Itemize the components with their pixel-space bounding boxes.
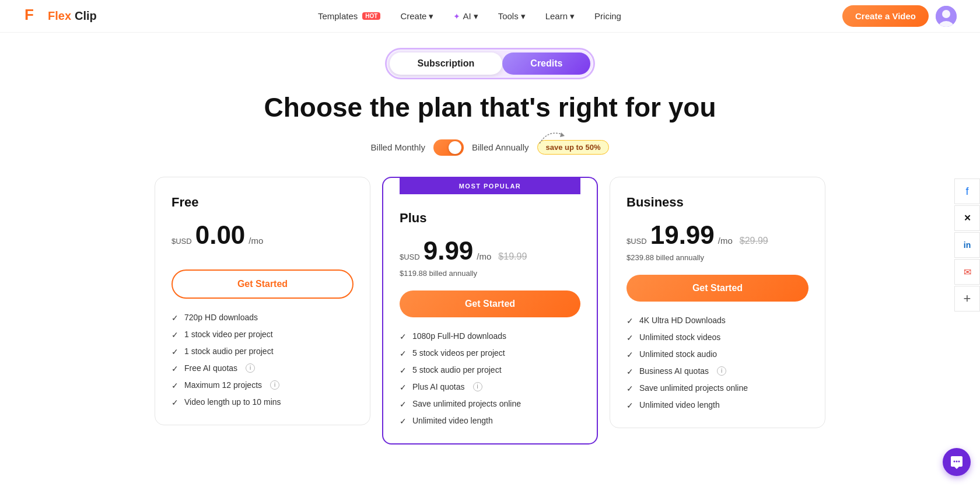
logo-icon: F <box>23 10 44 28</box>
nav-templates[interactable]: Templates HOT <box>310 6 388 26</box>
currency-free: $USD <box>172 237 192 246</box>
plan-type-tabs: Subscription Credits <box>105 49 875 78</box>
price-main-free: 0.00 <box>195 220 246 250</box>
chevron-down-icon: ▾ <box>521 11 526 22</box>
nav-ai[interactable]: ✦ AI ▾ <box>445 6 486 26</box>
currency-plus: $USD <box>400 253 420 261</box>
feature-list-free: ✓ 720p HD downloads ✓ 1 stock video per … <box>172 313 354 407</box>
feature-item: ✓ Free AI quotas i <box>172 363 354 373</box>
price-original-plus: $19.99 <box>498 251 527 262</box>
plan-name-free: Free <box>172 195 354 210</box>
get-started-free-button[interactable]: Get Started <box>172 270 354 299</box>
plan-name-plus: Plus <box>400 211 580 226</box>
email-icon[interactable]: ✉ <box>954 259 980 285</box>
billing-toggle-switch[interactable] <box>433 139 464 156</box>
get-started-business-button[interactable]: Get Started <box>626 275 808 302</box>
feature-item: ✓ Unlimited stock audio <box>626 349 808 359</box>
check-icon: ✓ <box>172 330 178 340</box>
chevron-down-icon: ▾ <box>474 11 478 22</box>
check-icon: ✓ <box>626 401 634 410</box>
billed-monthly-label: Billed Monthly <box>371 142 425 152</box>
x-twitter-icon[interactable]: ✕ <box>954 205 980 231</box>
pricing-cards: Free $USD 0.00 /mo Get Started ✓ 720p HD… <box>105 177 875 444</box>
plan-name-business: Business <box>626 195 808 210</box>
billing-toggle: Billed Monthly Billed Annually save up t… <box>105 139 875 156</box>
feature-item: ✓ 4K Ultra HD Downloads <box>626 316 808 326</box>
info-icon[interactable]: i <box>246 363 255 373</box>
price-main-business: 19.99 <box>650 220 715 250</box>
avatar[interactable] <box>936 6 957 27</box>
navbar: F FlexClip Templates HOT Create ▾ ✦ AI ▾… <box>0 0 980 33</box>
chevron-down-icon: ▾ <box>570 11 575 22</box>
feature-item: ✓ Save unlimited projects online <box>626 383 808 393</box>
more-social-icon[interactable]: + <box>954 286 980 312</box>
check-icon: ✓ <box>400 366 407 375</box>
nav-right: Create a Video <box>842 5 957 27</box>
check-icon: ✓ <box>626 333 634 342</box>
nav-tools[interactable]: Tools ▾ <box>490 6 534 26</box>
feature-item: ✓ Unlimited video length <box>400 416 580 426</box>
social-sidebar: f ✕ in ✉ + <box>954 178 980 312</box>
check-icon: ✓ <box>172 313 178 323</box>
feature-item: ✓ 5 stock videos per project <box>400 348 580 358</box>
plan-card-free: Free $USD 0.00 /mo Get Started ✓ 720p HD… <box>155 177 370 425</box>
logo-text-clip: Clip <box>75 9 97 23</box>
price-per-plus: /mo <box>477 251 491 261</box>
check-icon: ✓ <box>172 347 178 356</box>
plan-card-business: Business $USD 19.99 /mo $29.99 $239.88 b… <box>610 177 825 428</box>
tab-credits[interactable]: Credits <box>502 52 590 75</box>
feature-list-business: ✓ 4K Ultra HD Downloads ✓ Unlimited stoc… <box>626 316 808 410</box>
logo-text-flex: Flex <box>48 9 71 23</box>
feature-item: ✓ Video length up to 10 mins <box>172 397 354 407</box>
svg-text:F: F <box>24 6 34 23</box>
svg-marker-5 <box>560 132 565 137</box>
check-icon: ✓ <box>400 332 407 341</box>
get-started-plus-button[interactable]: Get Started <box>400 290 580 317</box>
hot-badge: HOT <box>362 12 380 20</box>
linkedin-icon[interactable]: in <box>954 232 980 258</box>
price-per-free: /mo <box>249 236 263 246</box>
info-icon[interactable]: i <box>717 366 726 376</box>
billed-annually-plus: $119.88 billed annually <box>400 269 580 278</box>
currency-business: $USD <box>626 237 647 246</box>
feature-item: ✓ Business AI quotas i <box>626 366 808 376</box>
check-icon: ✓ <box>626 367 634 376</box>
check-icon: ✓ <box>400 349 407 358</box>
check-icon: ✓ <box>172 381 178 390</box>
feature-item: ✓ Maximum 12 projects i <box>172 380 354 390</box>
feature-item: ✓ 1080p Full-HD downloads <box>400 331 580 341</box>
check-icon: ✓ <box>626 316 634 326</box>
facebook-icon[interactable]: f <box>954 178 980 204</box>
plan-price-business: $USD 19.99 /mo $29.99 <box>626 220 808 250</box>
plan-price-plus: $USD 9.99 /mo $19.99 <box>400 236 580 265</box>
create-video-button[interactable]: Create a Video <box>842 5 929 27</box>
check-icon: ✓ <box>172 364 178 373</box>
feature-list-plus: ✓ 1080p Full-HD downloads ✓ 5 stock vide… <box>400 331 580 426</box>
logo[interactable]: F FlexClip <box>23 4 97 29</box>
nav-learn[interactable]: Learn ▾ <box>537 6 583 26</box>
chevron-down-icon: ▾ <box>429 11 433 22</box>
tab-subscription[interactable]: Subscription <box>390 52 503 75</box>
nav-create[interactable]: Create ▾ <box>392 6 442 26</box>
svg-point-3 <box>942 10 950 18</box>
info-icon[interactable]: i <box>270 380 279 390</box>
billed-annually-label: Billed Annually <box>472 142 529 152</box>
price-per-business: /mo <box>718 236 733 246</box>
popular-banner: MOST POPULAR <box>400 178 580 194</box>
billed-annually-business: $239.88 billed annually <box>626 253 808 262</box>
toggle-knob <box>449 141 461 154</box>
feature-item: ✓ Unlimited stock videos <box>626 332 808 342</box>
feature-item: ✓ 1 stock audio per project <box>172 346 354 356</box>
check-icon: ✓ <box>400 400 407 409</box>
feature-item: ✓ Unlimited video length <box>626 400 808 410</box>
feature-item: ✓ 5 stock audio per project <box>400 365 580 375</box>
check-icon: ✓ <box>400 383 407 392</box>
ai-sparkle-icon: ✦ <box>453 12 460 21</box>
feature-item: ✓ 1 stock video per project <box>172 330 354 340</box>
check-icon: ✓ <box>626 384 634 393</box>
price-original-business: $29.99 <box>740 236 768 246</box>
plan-price-free: $USD 0.00 /mo <box>172 220 354 250</box>
feature-item: ✓ Save unlimited projects online <box>400 399 580 409</box>
nav-pricing[interactable]: Pricing <box>586 6 629 26</box>
info-icon[interactable]: i <box>473 382 482 391</box>
